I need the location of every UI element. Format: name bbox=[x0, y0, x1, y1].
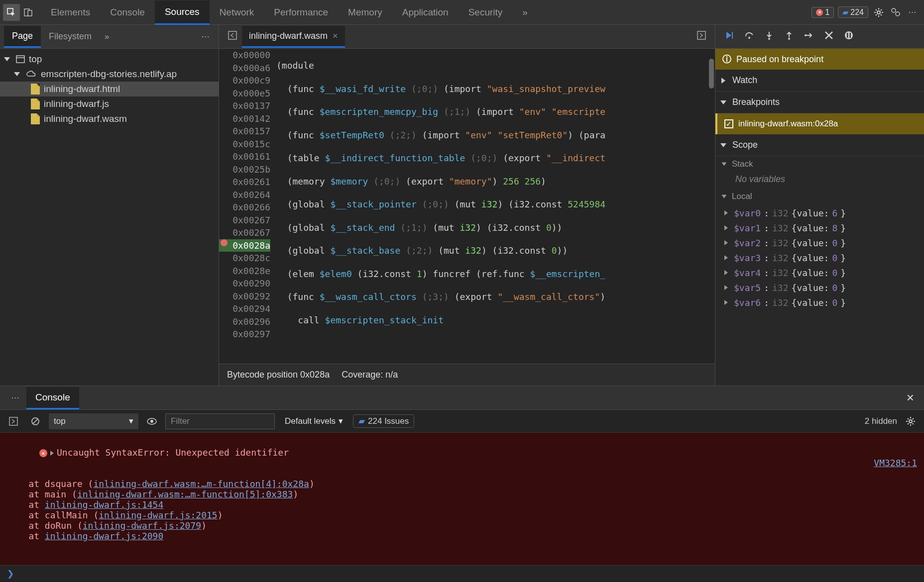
resume-icon[interactable] bbox=[724, 30, 734, 43]
tab-memory[interactable]: Memory bbox=[338, 1, 392, 24]
nav-more-icon[interactable]: ⋯ bbox=[196, 28, 215, 45]
gutter-line[interactable]: 0x00000 bbox=[219, 49, 270, 62]
more-icon[interactable]: ⋯ bbox=[904, 4, 921, 21]
gutter-line[interactable]: 0x00142 bbox=[219, 112, 270, 125]
drawer-tab-console[interactable]: Console bbox=[26, 387, 79, 409]
gutter-line[interactable]: 0x00296 bbox=[219, 315, 270, 328]
tree-file-html[interactable]: inlining-dwarf.html bbox=[0, 82, 219, 97]
settings-icon[interactable] bbox=[870, 4, 887, 21]
tab-console[interactable]: Console bbox=[100, 1, 155, 24]
gutter-line[interactable]: 0x00266 bbox=[219, 201, 270, 214]
gutter-line[interactable]: 0x0028c bbox=[219, 252, 270, 265]
tree-file-wasm[interactable]: inlining-dwarf.wasm bbox=[0, 111, 219, 126]
gutter-line[interactable]: 0x00290 bbox=[219, 277, 270, 290]
hidden-count[interactable]: 2 hidden bbox=[865, 416, 897, 426]
drawer-more-icon[interactable]: ⋯ bbox=[5, 389, 26, 406]
console-prompt[interactable]: ❯ bbox=[0, 565, 924, 582]
scope-variable-row[interactable]: $var3: i32 {value: 0} bbox=[724, 250, 924, 265]
code-editor[interactable]: 0x00000 0x000a6 0x000c9 0x000e5 0x00137 … bbox=[219, 49, 715, 337]
step-icon[interactable] bbox=[804, 30, 814, 43]
gutter-line[interactable]: 0x0028e bbox=[219, 265, 270, 278]
chevron-right-icon[interactable] bbox=[50, 451, 54, 456]
gutter-line[interactable]: 0x00297 bbox=[219, 328, 270, 337]
source-link[interactable]: inlining-dwarf.js:1454 bbox=[45, 499, 163, 510]
editor-tab-wasm[interactable]: inlining-dwarf.wasm × bbox=[242, 26, 345, 48]
scope-variable-row[interactable]: $var1: i32 {value: 8} bbox=[724, 220, 924, 235]
close-icon[interactable]: × bbox=[902, 388, 919, 407]
toggle-navigator-icon[interactable] bbox=[223, 28, 242, 45]
source-link[interactable]: inlining-dwarf.js:2079 bbox=[83, 520, 201, 531]
source-link[interactable]: inlining-dwarf.wasm:…m-function[5]:0x383 bbox=[77, 489, 293, 499]
scope-variable-row[interactable]: $var2: i32 {value: 0} bbox=[724, 235, 924, 250]
devices-icon[interactable] bbox=[887, 4, 904, 21]
nav-tabs-overflow-icon[interactable]: » bbox=[100, 29, 114, 45]
scope-pane-header[interactable]: Scope bbox=[715, 134, 924, 156]
scope-local-header[interactable]: Local bbox=[715, 189, 924, 204]
issues-button[interactable]: ▰ 224 Issues bbox=[353, 414, 414, 428]
checkbox-icon[interactable]: ✓ bbox=[724, 119, 733, 128]
close-icon[interactable]: × bbox=[333, 31, 338, 41]
tab-network[interactable]: Network bbox=[210, 1, 264, 24]
scrollbar-thumb[interactable] bbox=[709, 59, 714, 89]
tab-elements[interactable]: Elements bbox=[41, 1, 100, 24]
device-toggle-icon[interactable] bbox=[20, 4, 37, 21]
watch-pane-header[interactable]: Watch bbox=[715, 70, 924, 92]
source-link[interactable]: VM3285:1 bbox=[874, 458, 917, 468]
source-link[interactable]: inlining-dwarf.js:2090 bbox=[45, 531, 163, 541]
filter-input[interactable]: Filter bbox=[165, 413, 275, 429]
gutter-line[interactable]: 0x00157 bbox=[219, 125, 270, 138]
deactivate-breakpoints-icon[interactable] bbox=[824, 30, 834, 43]
gutter-line[interactable]: 0x000a6 bbox=[219, 62, 270, 75]
gutter-line[interactable]: 0x00137 bbox=[219, 99, 270, 112]
errors-badge[interactable]: × 1 bbox=[811, 7, 834, 18]
context-select[interactable]: top ▾ bbox=[49, 413, 138, 429]
breakpoint-item[interactable]: ✓ inlining-dwarf.wasm:0x28a bbox=[715, 113, 924, 134]
scope-variable-row[interactable]: $var4: i32 {value: 0} bbox=[724, 265, 924, 280]
console-settings-icon[interactable] bbox=[902, 413, 919, 430]
scope-stack-header[interactable]: Stack bbox=[715, 156, 924, 172]
scope-variable-row[interactable]: $var6: i32 {value: 0} bbox=[724, 295, 924, 310]
show-sidebar-icon[interactable] bbox=[5, 413, 22, 430]
tabs-overflow-icon[interactable]: » bbox=[512, 1, 538, 24]
breakpoint-icon[interactable] bbox=[221, 239, 228, 246]
gutter-line[interactable]: 0x00294 bbox=[219, 302, 270, 315]
tab-application[interactable]: Application bbox=[392, 1, 459, 24]
step-into-icon[interactable] bbox=[764, 30, 774, 43]
scope-variable-row[interactable]: $var5: i32 {value: 0} bbox=[724, 280, 924, 295]
gutter-line[interactable]: 0x0025b bbox=[219, 163, 270, 176]
levels-select[interactable]: Default levels ▾ bbox=[280, 416, 348, 426]
console-output[interactable]: ×Uncaught SyntaxError: Unexpected identi… bbox=[0, 433, 924, 565]
nav-tab-filesystem[interactable]: Filesystem bbox=[41, 26, 100, 47]
step-over-icon[interactable] bbox=[744, 30, 754, 43]
step-out-icon[interactable] bbox=[784, 30, 794, 43]
nav-tab-page[interactable]: Page bbox=[4, 26, 41, 48]
gutter-line[interactable]: 0x00292 bbox=[219, 290, 270, 303]
levels-label: Default levels bbox=[285, 416, 336, 426]
scope-variable-row[interactable]: $var0: i32 {value: 6} bbox=[724, 205, 924, 220]
tab-performance[interactable]: Performance bbox=[264, 1, 338, 24]
tab-security[interactable]: Security bbox=[459, 1, 513, 24]
gutter-line[interactable]: 0x00161 bbox=[219, 150, 270, 163]
gutter-line[interactable]: 0x00261 bbox=[219, 176, 270, 189]
toggle-debugger-icon[interactable] bbox=[692, 28, 711, 45]
breakpoints-pane-header[interactable]: Breakpoints bbox=[715, 92, 924, 113]
gutter-line[interactable]: 0x000c9 bbox=[219, 74, 270, 87]
gutter-line[interactable]: 0x00264 bbox=[219, 189, 270, 201]
gutter-line[interactable]: 0x00267 bbox=[219, 226, 270, 239]
tree-file-js[interactable]: inlining-dwarf.js bbox=[0, 97, 219, 111]
gutter-line[interactable]: 0x000e5 bbox=[219, 87, 270, 100]
gutter-line[interactable]: 0x0015c bbox=[219, 138, 270, 151]
tab-sources[interactable]: Sources bbox=[155, 0, 210, 25]
inspect-element-icon[interactable] bbox=[3, 4, 20, 21]
tree-top[interactable]: top bbox=[0, 52, 219, 67]
issues-badge[interactable]: ▰ 224 bbox=[838, 6, 868, 18]
source-link[interactable]: inlining-dwarf.js:2015 bbox=[99, 510, 217, 520]
pause-exceptions-icon[interactable] bbox=[844, 30, 854, 43]
gutter-line[interactable]: 0x00267 bbox=[219, 214, 270, 227]
source-link[interactable]: inlining-dwarf.wasm:…m-function[4]:0x28a bbox=[93, 479, 309, 489]
gutter-line[interactable]: 0x0028a bbox=[219, 239, 270, 252]
gutter[interactable]: 0x00000 0x000a6 0x000c9 0x000e5 0x00137 … bbox=[219, 49, 276, 337]
tree-origin[interactable]: emscripten-dbg-stories.netlify.ap bbox=[0, 67, 219, 82]
clear-console-icon[interactable] bbox=[27, 413, 44, 430]
live-expression-icon[interactable] bbox=[143, 413, 160, 430]
